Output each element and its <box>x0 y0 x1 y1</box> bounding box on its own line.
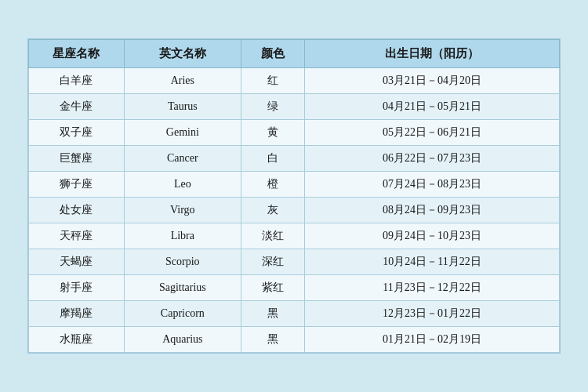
cell-english: Libra <box>124 223 241 249</box>
cell-color: 灰 <box>241 198 304 223</box>
cell-date: 05月22日－06月21日 <box>305 120 560 146</box>
cell-color: 黄 <box>241 120 304 146</box>
cell-english: Taurus <box>124 94 241 120</box>
cell-color: 白 <box>241 146 304 172</box>
table-row: 巨蟹座Cancer白06月22日－07月23日 <box>29 146 560 172</box>
cell-date: 10月24日－11月22日 <box>305 249 560 275</box>
cell-chinese: 水瓶座 <box>29 327 125 353</box>
cell-english: Virgo <box>124 198 241 223</box>
cell-english: Scorpio <box>124 249 241 275</box>
table-row: 天秤座Libra淡红09月24日－10月23日 <box>29 223 560 249</box>
cell-chinese: 天秤座 <box>29 223 125 249</box>
zodiac-table-container: 星座名称 英文名称 颜色 出生日期（阳历） 白羊座Aries红03月21日－04… <box>27 38 561 354</box>
cell-chinese: 狮子座 <box>29 172 125 198</box>
cell-color: 淡红 <box>241 223 304 249</box>
cell-english: Capricorn <box>124 301 241 327</box>
cell-chinese: 射手座 <box>29 275 125 301</box>
table-row: 白羊座Aries红03月21日－04月20日 <box>29 68 560 94</box>
cell-color: 橙 <box>241 172 304 198</box>
header-english: 英文名称 <box>124 40 241 68</box>
cell-date: 11月23日－12月22日 <box>305 275 560 301</box>
cell-english: Aquarius <box>124 327 241 353</box>
table-row: 射手座Sagittarius紫红11月23日－12月22日 <box>29 275 560 301</box>
table-row: 水瓶座Aquarius黑01月21日－02月19日 <box>29 327 560 353</box>
cell-english: Cancer <box>124 146 241 172</box>
cell-chinese: 白羊座 <box>29 68 125 94</box>
cell-date: 06月22日－07月23日 <box>305 146 560 172</box>
cell-english: Sagittarius <box>124 275 241 301</box>
cell-color: 绿 <box>241 94 304 120</box>
table-row: 金牛座Taurus绿04月21日－05月21日 <box>29 94 560 120</box>
cell-date: 07月24日－08月23日 <box>305 172 560 198</box>
cell-english: Leo <box>124 172 241 198</box>
cell-chinese: 处女座 <box>29 198 125 223</box>
table-header-row: 星座名称 英文名称 颜色 出生日期（阳历） <box>29 40 560 68</box>
cell-chinese: 双子座 <box>29 120 125 146</box>
cell-chinese: 金牛座 <box>29 94 125 120</box>
table-row: 处女座Virgo灰08月24日－09月23日 <box>29 198 560 223</box>
cell-chinese: 天蝎座 <box>29 249 125 275</box>
table-row: 摩羯座Capricorn黑12月23日－01月22日 <box>29 301 560 327</box>
cell-color: 黑 <box>241 327 304 353</box>
cell-date: 12月23日－01月22日 <box>305 301 560 327</box>
cell-color: 红 <box>241 68 304 94</box>
cell-date: 09月24日－10月23日 <box>305 223 560 249</box>
cell-color: 紫红 <box>241 275 304 301</box>
cell-color: 深红 <box>241 249 304 275</box>
cell-date: 04月21日－05月21日 <box>305 94 560 120</box>
table-row: 狮子座Leo橙07月24日－08月23日 <box>29 172 560 198</box>
cell-chinese: 巨蟹座 <box>29 146 125 172</box>
cell-english: Gemini <box>124 120 241 146</box>
cell-chinese: 摩羯座 <box>29 301 125 327</box>
cell-color: 黑 <box>241 301 304 327</box>
header-date: 出生日期（阳历） <box>305 40 560 68</box>
zodiac-table: 星座名称 英文名称 颜色 出生日期（阳历） 白羊座Aries红03月21日－04… <box>28 39 560 353</box>
header-chinese: 星座名称 <box>29 40 125 68</box>
header-color: 颜色 <box>241 40 304 68</box>
cell-date: 01月21日－02月19日 <box>305 327 560 353</box>
table-row: 天蝎座Scorpio深红10月24日－11月22日 <box>29 249 560 275</box>
table-row: 双子座Gemini黄05月22日－06月21日 <box>29 120 560 146</box>
cell-english: Aries <box>124 68 241 94</box>
cell-date: 03月21日－04月20日 <box>305 68 560 94</box>
cell-date: 08月24日－09月23日 <box>305 198 560 223</box>
